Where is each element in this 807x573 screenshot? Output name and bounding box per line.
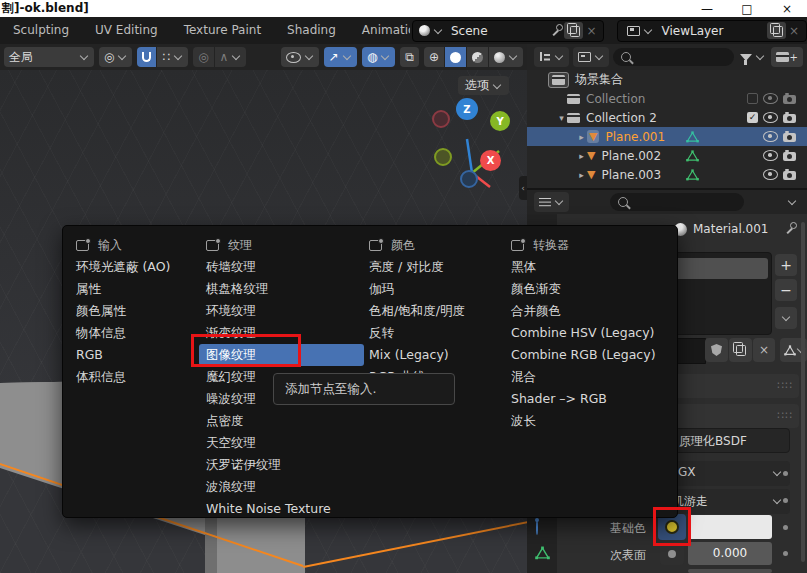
new-scene-button[interactable] [564, 22, 583, 39]
menu-item[interactable]: 属性 [76, 278, 170, 300]
menu-item[interactable]: Mix (Legacy) [369, 344, 465, 366]
outliner-row-collection[interactable]: Collection [527, 89, 807, 108]
disclosure-triangle[interactable]: ▸ [576, 170, 587, 180]
menu-item[interactable]: Combine RGB (Legacy) [511, 344, 656, 366]
menu-item[interactable]: 体积信息 [76, 366, 170, 388]
menu-item[interactable]: 点密度 [206, 410, 364, 432]
menu-item[interactable]: White Noise Texture [206, 498, 364, 520]
outliner-panel[interactable]: 场景集合 Collection ▾ Collection 2 ▸ ▼ Plane… [527, 70, 807, 188]
properties-scrollbar[interactable] [801, 222, 805, 562]
gizmo-axis-y-neg[interactable] [434, 148, 452, 166]
gizmos-toggle-dropdown[interactable]: ↗ [324, 47, 357, 67]
outliner-filter-id-dropdown[interactable] [573, 47, 609, 67]
menu-item[interactable]: 色相/饱和度/明度 [369, 300, 465, 322]
render-camera-icon[interactable] [783, 95, 796, 104]
properties-options-chevron[interactable] [788, 197, 796, 205]
gizmo-axis-z[interactable]: Z [456, 98, 478, 120]
viewlayer-selector[interactable]: ViewLayer × [617, 20, 807, 42]
remove-slot-button[interactable]: − [775, 279, 797, 301]
outliner-row-scene-collection[interactable]: 场景集合 [527, 70, 807, 89]
add-slot-button[interactable]: + [775, 254, 797, 276]
menu-item[interactable]: 砖墙纹理 [206, 256, 364, 278]
new-collection-button[interactable]: + [771, 47, 803, 67]
menu-item[interactable]: Shader –> RGB [511, 388, 656, 410]
xray-toggle-button[interactable]: ⧉ [400, 47, 419, 67]
menu-item[interactable]: 波浪纹理 [206, 476, 364, 498]
slot-specials-dropdown[interactable] [775, 307, 797, 329]
remove-viewlayer-icon[interactable]: × [786, 24, 802, 38]
proportional-falloff-dropdown[interactable]: ∧ [215, 47, 247, 67]
viewlayer-name[interactable]: ViewLayer [655, 24, 766, 38]
menu-item[interactable]: 颜色属性 [76, 300, 170, 322]
outliner-filter-dropdown[interactable] [738, 53, 767, 61]
workspace-tab-4[interactable]: Animation [349, 17, 410, 44]
menu-item[interactable]: 物体信息 [76, 322, 170, 344]
shading-rendered-button[interactable] [489, 47, 523, 67]
menu-item[interactable]: 亮度 / 对比度 [369, 256, 465, 278]
disclosure-triangle[interactable]: ▸ [576, 151, 587, 161]
shading-solid-button[interactable] [445, 47, 466, 67]
outliner-row-collection[interactable]: ▾ Collection 2 [527, 108, 807, 127]
menu-item[interactable]: 环境光遮蔽 (AO) [76, 256, 170, 278]
breadcrumb-material-name[interactable]: Material.001 [693, 222, 768, 236]
gizmo-axis-y[interactable]: Y [490, 111, 510, 131]
workspace-tab-0[interactable]: Sculpting [0, 17, 82, 44]
hide-eye-icon[interactable] [763, 169, 778, 180]
transform-orientation-dropdown[interactable]: 全局 [4, 47, 94, 67]
scene-selector[interactable]: Scene × [412, 20, 604, 42]
gizmo-axis-x[interactable]: X [480, 150, 501, 171]
pivot-point-dropdown[interactable]: ◎ [99, 47, 132, 67]
menu-item[interactable]: 黑体 [511, 256, 656, 278]
exclude-checkbox[interactable] [747, 112, 758, 123]
menu-item[interactable]: 伽玛 [369, 278, 465, 300]
unlink-material-button[interactable]: × [753, 338, 775, 362]
pin-icon[interactable] [551, 24, 564, 37]
workspace-tab-3[interactable]: Shading [274, 17, 349, 44]
outliner-row-object[interactable]: ▸ ▼ Plane.002 [527, 146, 807, 165]
menu-item[interactable]: 棋盘格纹理 [206, 278, 364, 300]
hide-eye-icon[interactable] [763, 131, 778, 142]
proportional-edit-toggle[interactable]: ◎ [193, 47, 213, 67]
workspace-tab-1[interactable]: UV Editing [82, 17, 171, 44]
tab-physics[interactable] [536, 520, 538, 534]
gizmo-axis-x-neg[interactable] [432, 110, 450, 128]
disclosure-triangle[interactable]: ▸ [576, 132, 587, 142]
hide-eye-icon[interactable] [763, 112, 778, 123]
outliner-search-input[interactable] [613, 48, 734, 66]
workspace-tab-2[interactable]: Texture Paint [171, 17, 274, 44]
outliner-display-mode-dropdown[interactable] [534, 47, 569, 67]
scene-browse-icon[interactable] [417, 25, 445, 36]
overlays-toggle-dropdown[interactable]: ◍ [362, 47, 395, 67]
fake-user-button[interactable] [705, 338, 728, 362]
outliner-row-object[interactable]: ▸ ▼ Plane.003 [527, 165, 807, 184]
properties-search-input[interactable] [610, 193, 744, 211]
tab-object-data[interactable] [535, 546, 550, 563]
sidebar-collapse-arrow[interactable]: ‹ [519, 176, 527, 200]
menu-item[interactable]: 波长 [511, 410, 656, 432]
subsurface-value-field[interactable]: 0.000 [688, 542, 772, 565]
render-camera-icon[interactable] [783, 152, 796, 161]
menu-item[interactable]: 反转 [369, 322, 465, 344]
new-viewlayer-button[interactable] [767, 22, 786, 39]
add-node-menu[interactable]: 输入 环境光遮蔽 (AO)属性颜色属性物体信息RGB体积信息 纹理 砖墙纹理棋盘… [62, 225, 678, 518]
snap-toggle-button[interactable] [137, 47, 156, 67]
menu-item[interactable]: 合并颜色 [511, 300, 656, 322]
show-gizmo-dropdown[interactable] [281, 47, 319, 67]
duplicate-material-button[interactable] [729, 338, 752, 362]
exclude-checkbox[interactable] [747, 93, 758, 104]
menu-item[interactable]: 沃罗诺伊纹理 [206, 454, 364, 476]
render-camera-icon[interactable] [783, 114, 796, 123]
viewport-options-dropdown[interactable]: 选项 [458, 76, 509, 95]
base-color-swatch[interactable] [688, 515, 772, 539]
properties-editor-dropdown[interactable] [534, 192, 569, 212]
menu-item[interactable]: 环境纹理 [206, 300, 364, 322]
menu-item[interactable]: 天空纹理 [206, 432, 364, 454]
hide-eye-icon[interactable] [763, 93, 778, 104]
shading-material-button[interactable] [467, 47, 488, 67]
snap-target-dropdown[interactable]: ∷ [157, 47, 188, 67]
minimize-button[interactable]: — [687, 2, 727, 16]
menu-item[interactable]: 混合 [511, 366, 656, 388]
menu-item[interactable]: RGB [76, 344, 170, 366]
hide-eye-icon[interactable] [763, 150, 778, 161]
viewlayer-browse-icon[interactable] [622, 26, 655, 36]
